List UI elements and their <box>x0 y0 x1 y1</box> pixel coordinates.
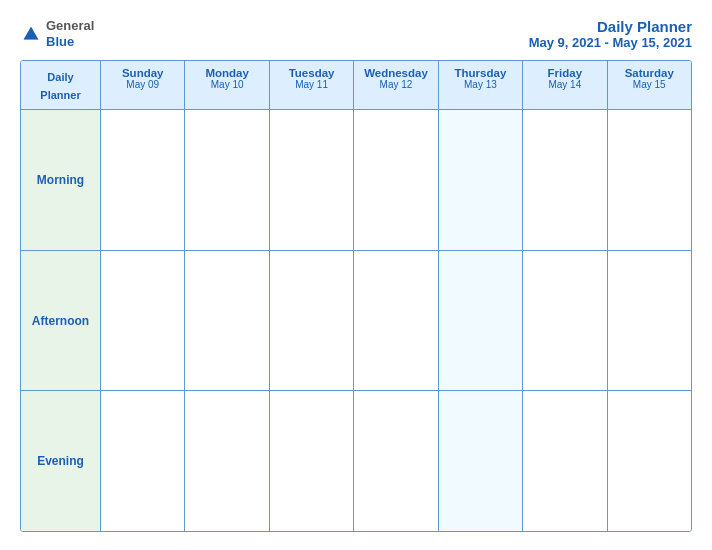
cell-morning-tue[interactable] <box>270 110 354 250</box>
cell-evening-fri[interactable] <box>523 391 607 531</box>
header: GeneralBlue Daily Planner May 9, 2021 - … <box>20 18 692 50</box>
cell-morning-fri[interactable] <box>523 110 607 250</box>
cell-evening-sun[interactable] <box>101 391 185 531</box>
col-header-wed: Wednesday May 12 <box>354 61 438 109</box>
cell-evening-tue[interactable] <box>270 391 354 531</box>
col-header-label: DailyPlanner <box>21 61 101 109</box>
cell-afternoon-sun[interactable] <box>101 251 185 391</box>
logo-area: GeneralBlue <box>20 18 94 49</box>
col-header-thu: Thursday May 13 <box>439 61 523 109</box>
cell-afternoon-fri[interactable] <box>523 251 607 391</box>
svg-marker-1 <box>24 26 39 39</box>
cell-morning-sat[interactable] <box>608 110 691 250</box>
calendar: DailyPlanner Sunday May 09 Monday May 10… <box>20 60 692 532</box>
cell-afternoon-mon[interactable] <box>185 251 269 391</box>
row-evening: Evening <box>21 391 691 531</box>
row-label-afternoon: Afternoon <box>21 251 101 391</box>
row-label-evening: Evening <box>21 391 101 531</box>
calendar-body: Morning Afternoon <box>21 110 691 531</box>
row-label-morning: Morning <box>21 110 101 250</box>
logo-blue: Blue <box>46 34 74 49</box>
cell-afternoon-thu[interactable] <box>439 251 523 391</box>
cell-afternoon-sat[interactable] <box>608 251 691 391</box>
col-header-tue: Tuesday May 11 <box>270 61 354 109</box>
col-header-mon: Monday May 10 <box>185 61 269 109</box>
cell-morning-wed[interactable] <box>354 110 438 250</box>
cell-morning-mon[interactable] <box>185 110 269 250</box>
calendar-header-row: DailyPlanner Sunday May 09 Monday May 10… <box>21 61 691 110</box>
col-header-fri: Friday May 14 <box>523 61 607 109</box>
header-title: Daily Planner <box>529 18 692 35</box>
generalblue-logo-icon <box>20 23 42 45</box>
cell-afternoon-wed[interactable] <box>354 251 438 391</box>
col-header-sat: Saturday May 15 <box>608 61 691 109</box>
cell-evening-wed[interactable] <box>354 391 438 531</box>
logo-text: GeneralBlue <box>46 18 94 49</box>
header-date-range: May 9, 2021 - May 15, 2021 <box>529 35 692 50</box>
cell-evening-thu[interactable] <box>439 391 523 531</box>
cell-morning-thu[interactable] <box>439 110 523 250</box>
cell-evening-mon[interactable] <box>185 391 269 531</box>
col-header-sun: Sunday May 09 <box>101 61 185 109</box>
page: GeneralBlue Daily Planner May 9, 2021 - … <box>0 0 712 550</box>
header-right: Daily Planner May 9, 2021 - May 15, 2021 <box>529 18 692 50</box>
row-afternoon: Afternoon <box>21 251 691 392</box>
row-morning: Morning <box>21 110 691 251</box>
cell-morning-sun[interactable] <box>101 110 185 250</box>
cell-evening-sat[interactable] <box>608 391 691 531</box>
cell-afternoon-tue[interactable] <box>270 251 354 391</box>
